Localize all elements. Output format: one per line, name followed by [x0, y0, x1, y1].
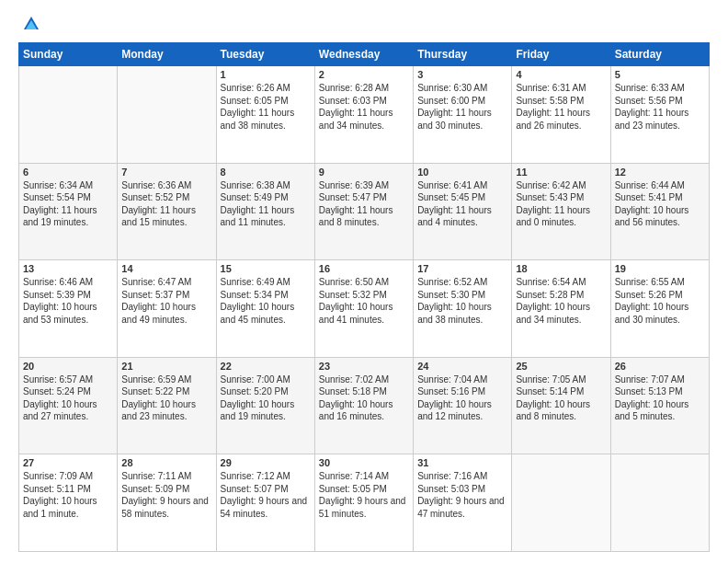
day-info: Sunrise: 6:38 AMSunset: 5:49 PMDaylight:…: [221, 179, 311, 229]
day-number: 17: [417, 263, 507, 274]
calendar-week-row: 1Sunrise: 6:26 AMSunset: 6:05 PMDaylight…: [19, 66, 710, 164]
weekday-header-sunday: Sunday: [19, 43, 118, 66]
day-number: 4: [516, 69, 606, 80]
calendar-cell: 25Sunrise: 7:05 AMSunset: 5:14 PMDayligh…: [512, 357, 610, 454]
calendar-cell: 13Sunrise: 6:46 AMSunset: 5:39 PMDayligh…: [19, 260, 118, 358]
day-number: 8: [221, 167, 311, 178]
calendar-week-row: 20Sunrise: 6:57 AMSunset: 5:24 PMDayligh…: [19, 357, 710, 454]
day-info: Sunrise: 6:49 AMSunset: 5:34 PMDaylight:…: [221, 276, 311, 326]
day-info: Sunrise: 7:09 AMSunset: 5:11 PMDaylight:…: [23, 470, 113, 520]
day-info: Sunrise: 6:54 AMSunset: 5:28 PMDaylight:…: [516, 276, 606, 326]
calendar-cell: [118, 66, 216, 164]
logo: [18, 15, 40, 33]
calendar-cell: 23Sunrise: 7:02 AMSunset: 5:18 PMDayligh…: [314, 357, 413, 454]
calendar-cell: 14Sunrise: 6:47 AMSunset: 5:37 PMDayligh…: [118, 260, 216, 358]
day-number: 21: [121, 361, 211, 372]
weekday-header-wednesday: Wednesday: [314, 43, 413, 66]
day-info: Sunrise: 6:52 AMSunset: 5:30 PMDaylight:…: [417, 276, 507, 326]
day-info: Sunrise: 7:02 AMSunset: 5:18 PMDaylight:…: [319, 373, 409, 423]
day-info: Sunrise: 7:00 AMSunset: 5:20 PMDaylight:…: [221, 373, 311, 423]
day-info: Sunrise: 6:34 AMSunset: 5:54 PMDaylight:…: [23, 179, 113, 229]
day-info: Sunrise: 6:55 AMSunset: 5:26 PMDaylight:…: [615, 276, 705, 326]
calendar-cell: 26Sunrise: 7:07 AMSunset: 5:13 PMDayligh…: [610, 357, 709, 454]
day-number: 30: [319, 457, 409, 468]
weekday-header-friday: Friday: [512, 43, 610, 66]
day-number: 28: [121, 457, 211, 468]
calendar-cell: 1Sunrise: 6:26 AMSunset: 6:05 PMDaylight…: [216, 66, 314, 164]
calendar-cell: 17Sunrise: 6:52 AMSunset: 5:30 PMDayligh…: [414, 260, 512, 358]
day-number: 1: [221, 69, 311, 80]
day-number: 16: [319, 263, 409, 274]
day-info: Sunrise: 6:57 AMSunset: 5:24 PMDaylight:…: [23, 373, 113, 423]
day-info: Sunrise: 6:30 AMSunset: 6:00 PMDaylight:…: [417, 82, 507, 132]
day-info: Sunrise: 7:12 AMSunset: 5:07 PMDaylight:…: [221, 470, 311, 520]
day-number: 20: [23, 361, 113, 372]
calendar-cell: 24Sunrise: 7:04 AMSunset: 5:16 PMDayligh…: [414, 357, 512, 454]
calendar-cell: 20Sunrise: 6:57 AMSunset: 5:24 PMDayligh…: [19, 357, 118, 454]
day-number: 7: [121, 167, 211, 178]
calendar-cell: 7Sunrise: 6:36 AMSunset: 5:52 PMDaylight…: [118, 163, 216, 260]
calendar-table: SundayMondayTuesdayWednesdayThursdayFrid…: [18, 42, 710, 552]
day-info: Sunrise: 7:07 AMSunset: 5:13 PMDaylight:…: [615, 373, 705, 423]
day-number: 13: [23, 263, 113, 274]
calendar-cell: 19Sunrise: 6:55 AMSunset: 5:26 PMDayligh…: [610, 260, 709, 358]
day-number: 3: [417, 69, 507, 80]
weekday-header-thursday: Thursday: [414, 43, 512, 66]
calendar-cell: 28Sunrise: 7:11 AMSunset: 5:09 PMDayligh…: [118, 454, 216, 552]
calendar-week-row: 6Sunrise: 6:34 AMSunset: 5:54 PMDaylight…: [19, 163, 710, 260]
day-number: 27: [23, 457, 113, 468]
calendar-cell: 16Sunrise: 6:50 AMSunset: 5:32 PMDayligh…: [314, 260, 413, 358]
calendar-cell: 10Sunrise: 6:41 AMSunset: 5:45 PMDayligh…: [414, 163, 512, 260]
calendar-cell: 2Sunrise: 6:28 AMSunset: 6:03 PMDaylight…: [314, 66, 413, 164]
calendar-cell: 22Sunrise: 7:00 AMSunset: 5:20 PMDayligh…: [216, 357, 314, 454]
day-info: Sunrise: 7:11 AMSunset: 5:09 PMDaylight:…: [121, 470, 211, 520]
calendar-cell: 30Sunrise: 7:14 AMSunset: 5:05 PMDayligh…: [314, 454, 413, 552]
calendar-cell: 11Sunrise: 6:42 AMSunset: 5:43 PMDayligh…: [512, 163, 610, 260]
day-number: 10: [417, 167, 507, 178]
day-info: Sunrise: 7:14 AMSunset: 5:05 PMDaylight:…: [319, 470, 409, 520]
calendar-cell: 29Sunrise: 7:12 AMSunset: 5:07 PMDayligh…: [216, 454, 314, 552]
day-info: Sunrise: 6:46 AMSunset: 5:39 PMDaylight:…: [23, 276, 113, 326]
day-info: Sunrise: 6:44 AMSunset: 5:41 PMDaylight:…: [615, 179, 705, 229]
calendar-cell: 12Sunrise: 6:44 AMSunset: 5:41 PMDayligh…: [610, 163, 709, 260]
day-number: 26: [615, 361, 705, 372]
calendar-cell: [610, 454, 709, 552]
day-number: 5: [615, 69, 705, 80]
day-number: 2: [319, 69, 409, 80]
day-info: Sunrise: 6:50 AMSunset: 5:32 PMDaylight:…: [319, 276, 409, 326]
weekday-header-saturday: Saturday: [610, 43, 709, 66]
calendar-cell: 4Sunrise: 6:31 AMSunset: 5:58 PMDaylight…: [512, 66, 610, 164]
day-number: 18: [516, 263, 606, 274]
day-number: 23: [319, 361, 409, 372]
day-info: Sunrise: 6:26 AMSunset: 6:05 PMDaylight:…: [221, 82, 311, 132]
weekday-header-tuesday: Tuesday: [216, 43, 314, 66]
day-number: 29: [221, 457, 311, 468]
day-number: 15: [221, 263, 311, 274]
weekday-header-row: SundayMondayTuesdayWednesdayThursdayFrid…: [19, 43, 710, 66]
header: [18, 15, 710, 33]
day-info: Sunrise: 6:28 AMSunset: 6:03 PMDaylight:…: [319, 82, 409, 132]
day-number: 11: [516, 167, 606, 178]
calendar-cell: [512, 454, 610, 552]
day-info: Sunrise: 6:39 AMSunset: 5:47 PMDaylight:…: [319, 179, 409, 229]
day-number: 9: [319, 167, 409, 178]
weekday-header-monday: Monday: [118, 43, 216, 66]
day-info: Sunrise: 6:36 AMSunset: 5:52 PMDaylight:…: [121, 179, 211, 229]
logo-icon: [22, 15, 40, 33]
calendar-cell: 18Sunrise: 6:54 AMSunset: 5:28 PMDayligh…: [512, 260, 610, 358]
calendar-cell: 27Sunrise: 7:09 AMSunset: 5:11 PMDayligh…: [19, 454, 118, 552]
calendar-week-row: 27Sunrise: 7:09 AMSunset: 5:11 PMDayligh…: [19, 454, 710, 552]
day-number: 12: [615, 167, 705, 178]
calendar-cell: 6Sunrise: 6:34 AMSunset: 5:54 PMDaylight…: [19, 163, 118, 260]
day-info: Sunrise: 7:05 AMSunset: 5:14 PMDaylight:…: [516, 373, 606, 423]
calendar-week-row: 13Sunrise: 6:46 AMSunset: 5:39 PMDayligh…: [19, 260, 710, 358]
calendar-cell: 9Sunrise: 6:39 AMSunset: 5:47 PMDaylight…: [314, 163, 413, 260]
day-number: 14: [121, 263, 211, 274]
day-number: 6: [23, 167, 113, 178]
day-number: 22: [221, 361, 311, 372]
calendar-cell: [19, 66, 118, 164]
day-info: Sunrise: 6:31 AMSunset: 5:58 PMDaylight:…: [516, 82, 606, 132]
day-info: Sunrise: 6:41 AMSunset: 5:45 PMDaylight:…: [417, 179, 507, 229]
day-number: 24: [417, 361, 507, 372]
day-number: 25: [516, 361, 606, 372]
